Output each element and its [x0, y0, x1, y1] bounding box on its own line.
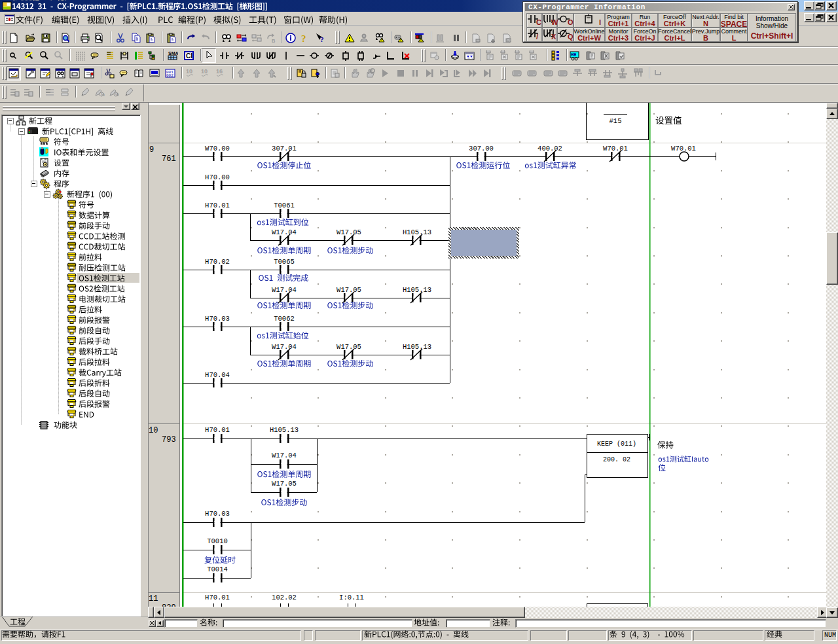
svg-text:H70.03: H70.03: [205, 315, 230, 323]
svg-text:HH: HH: [571, 52, 576, 58]
svg-text:H70.01: H70.01: [205, 426, 230, 434]
svg-text:10: 10: [149, 426, 158, 435]
svg-text:W17.04: W17.04: [272, 228, 297, 236]
svg-text:H105.13: H105.13: [403, 286, 431, 294]
svg-text:T0061: T0061: [274, 202, 295, 209]
svg-text:H70.02: H70.02: [205, 258, 230, 266]
svg-text:16: 16: [216, 68, 223, 75]
svg-text:761: 761: [162, 154, 176, 164]
svg-text:T0014: T0014: [207, 565, 228, 573]
svg-text:H70.04: H70.04: [205, 371, 230, 379]
svg-text:W17.04: W17.04: [272, 452, 297, 459]
svg-text:307.01: 307.01: [272, 145, 297, 152]
svg-text:W17.04: W17.04: [272, 286, 297, 294]
svg-text:9: 9: [149, 145, 154, 154]
svg-text:307.00: 307.00: [469, 145, 494, 152]
svg-text:SMA: SMA: [168, 51, 178, 56]
svg-text:10: 10: [201, 68, 208, 75]
svg-text:?: ?: [301, 33, 306, 43]
svg-text:?: ?: [320, 35, 324, 43]
svg-text:W17.04: W17.04: [272, 343, 297, 351]
svg-text:400.02: 400.02: [537, 145, 562, 152]
svg-text:W70.01: W70.01: [671, 145, 696, 152]
svg-text:T0065: T0065: [274, 258, 295, 266]
svg-text:10: 10: [186, 68, 192, 75]
svg-text:T0010: T0010: [207, 537, 228, 545]
svg-text:11: 11: [149, 594, 158, 603]
svg-text:#15: #15: [610, 117, 622, 125]
svg-text:H105.13: H105.13: [270, 426, 299, 434]
svg-text:H70.01: H70.01: [205, 202, 230, 209]
svg-text:793: 793: [162, 435, 176, 444]
svg-text:H70.03: H70.03: [205, 510, 230, 518]
svg-text:H105.13: H105.13: [403, 343, 431, 351]
svg-text:W17.05: W17.05: [337, 343, 361, 351]
svg-text:I:0.11: I:0.11: [339, 594, 364, 601]
svg-text:CI: CI: [186, 52, 192, 60]
svg-text:W70.01: W70.01: [603, 145, 628, 152]
svg-text:W70.00: W70.00: [205, 145, 230, 152]
svg-text:H70.01: H70.01: [205, 594, 230, 601]
svg-text:B: B: [272, 38, 275, 43]
svg-text:H105.13: H105.13: [403, 228, 431, 236]
svg-text:002: 002: [166, 73, 173, 78]
svg-text:W17.05: W17.05: [337, 286, 361, 294]
svg-text:102.02: 102.02: [272, 594, 297, 601]
svg-text:H70.00: H70.00: [205, 173, 230, 181]
svg-text:T0062: T0062: [274, 315, 295, 323]
svg-text:W17.05: W17.05: [272, 480, 297, 488]
svg-text:200. 02: 200. 02: [603, 456, 630, 463]
svg-text:W17.05: W17.05: [337, 228, 361, 236]
svg-text:KEEP (011): KEEP (011): [597, 440, 636, 448]
